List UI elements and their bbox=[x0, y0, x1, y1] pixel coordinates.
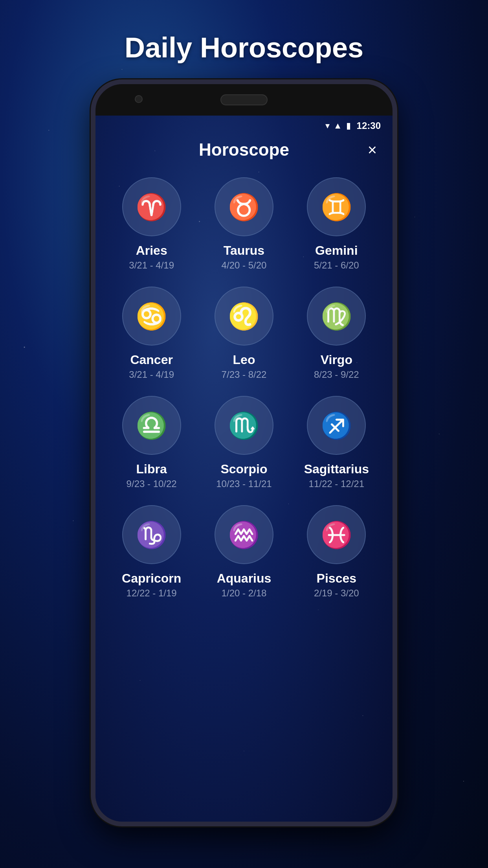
sign-circle-sagittarius: ♐ bbox=[307, 396, 366, 455]
sign-name-cancer: Cancer bbox=[130, 353, 173, 367]
sign-dates-sagittarius: 11/22 - 12/21 bbox=[309, 478, 364, 489]
battery-icon: ▮ bbox=[346, 121, 351, 131]
sign-circle-aquarius: ♒ bbox=[215, 505, 273, 564]
status-bar: ▾ ▲ ▮ 12:30 bbox=[95, 116, 393, 136]
sign-symbol-virgo: ♍ bbox=[321, 303, 352, 329]
sign-circle-virgo: ♍ bbox=[307, 287, 366, 346]
sign-dates-aries: 3/21 - 4/19 bbox=[129, 260, 174, 271]
sign-circle-taurus: ♉ bbox=[215, 177, 273, 236]
phone-screen: ▾ ▲ ▮ 12:30 Horoscope × ♈Aries3/21 - 4/1… bbox=[95, 116, 393, 822]
sign-name-taurus: Taurus bbox=[224, 243, 264, 258]
sign-symbol-libra: ♎ bbox=[136, 413, 167, 438]
sign-dates-scorpio: 10/23 - 11/21 bbox=[216, 478, 272, 489]
sign-circle-pisces: ♓ bbox=[307, 505, 366, 564]
sign-circle-capricorn: ♑ bbox=[122, 505, 181, 564]
sign-circle-cancer: ♋ bbox=[122, 287, 181, 346]
phone-top bbox=[95, 84, 393, 116]
sign-name-scorpio: Scorpio bbox=[220, 462, 267, 476]
sign-item-taurus[interactable]: ♉Taurus4/20 - 5/20 bbox=[200, 171, 288, 277]
status-time: 12:30 bbox=[357, 120, 381, 131]
sign-item-leo[interactable]: ♌Leo7/23 - 8/22 bbox=[200, 281, 288, 386]
sign-item-aquarius[interactable]: ♒Aquarius1/20 - 2/18 bbox=[200, 499, 288, 605]
sign-symbol-leo: ♌ bbox=[228, 303, 260, 329]
sign-name-gemini: Gemini bbox=[315, 243, 358, 258]
page-title: Daily Horoscopes bbox=[125, 31, 363, 64]
phone-camera bbox=[135, 95, 143, 103]
sign-name-virgo: Virgo bbox=[321, 353, 352, 367]
sign-item-gemini[interactable]: ♊Gemini5/21 - 6/20 bbox=[292, 171, 381, 277]
sign-circle-libra: ♎ bbox=[122, 396, 181, 455]
phone-speaker bbox=[220, 94, 268, 105]
sign-name-capricorn: Capricorn bbox=[122, 571, 181, 586]
sign-name-aquarius: Aquarius bbox=[217, 571, 272, 586]
sign-dates-virgo: 8/23 - 9/22 bbox=[314, 369, 359, 380]
sign-symbol-scorpio: ♏ bbox=[228, 413, 260, 438]
signal-icon: ▲ bbox=[334, 121, 342, 131]
sign-dates-taurus: 4/20 - 5/20 bbox=[222, 260, 267, 271]
sign-item-aries[interactable]: ♈Aries3/21 - 4/19 bbox=[107, 171, 196, 277]
phone-frame: ▾ ▲ ▮ 12:30 Horoscope × ♈Aries3/21 - 4/1… bbox=[91, 79, 397, 826]
sign-dates-gemini: 5/21 - 6/20 bbox=[314, 260, 359, 271]
sign-dates-cancer: 3/21 - 4/19 bbox=[129, 369, 174, 380]
sign-symbol-aries: ♈ bbox=[136, 194, 167, 220]
sign-symbol-aquarius: ♒ bbox=[228, 522, 260, 548]
sign-circle-scorpio: ♏ bbox=[215, 396, 273, 455]
sign-item-libra[interactable]: ♎Libra9/23 - 10/22 bbox=[107, 390, 196, 495]
sign-dates-aquarius: 1/20 - 2/18 bbox=[222, 588, 267, 599]
wifi-icon: ▾ bbox=[325, 121, 330, 131]
sign-dates-capricorn: 12/22 - 1/19 bbox=[127, 588, 177, 599]
close-button[interactable]: × bbox=[368, 142, 377, 158]
sign-symbol-capricorn: ♑ bbox=[136, 522, 167, 548]
sign-circle-gemini: ♊ bbox=[307, 177, 366, 236]
sign-item-cancer[interactable]: ♋Cancer3/21 - 4/19 bbox=[107, 281, 196, 386]
sign-symbol-gemini: ♊ bbox=[321, 194, 352, 220]
sign-symbol-sagittarius: ♐ bbox=[321, 413, 352, 438]
signs-grid: ♈Aries3/21 - 4/19♉Taurus4/20 - 5/20♊Gemi… bbox=[95, 167, 393, 609]
sign-symbol-cancer: ♋ bbox=[136, 303, 167, 329]
sign-name-pisces: Pisces bbox=[317, 571, 356, 586]
sign-circle-aries: ♈ bbox=[122, 177, 181, 236]
sign-dates-pisces: 2/19 - 3/20 bbox=[314, 588, 359, 599]
sign-item-scorpio[interactable]: ♏Scorpio10/23 - 11/21 bbox=[200, 390, 288, 495]
sign-circle-leo: ♌ bbox=[215, 287, 273, 346]
sign-item-capricorn[interactable]: ♑Capricorn12/22 - 1/19 bbox=[107, 499, 196, 605]
sign-name-sagittarius: Sagittarius bbox=[304, 462, 369, 476]
sign-symbol-pisces: ♓ bbox=[321, 522, 352, 548]
sign-name-aries: Aries bbox=[136, 243, 167, 258]
app-title: Horoscope bbox=[199, 140, 289, 160]
sign-dates-libra: 9/23 - 10/22 bbox=[127, 478, 177, 489]
sign-name-leo: Leo bbox=[233, 353, 255, 367]
sign-dates-leo: 7/23 - 8/22 bbox=[222, 369, 267, 380]
sign-name-libra: Libra bbox=[136, 462, 167, 476]
sign-symbol-taurus: ♉ bbox=[228, 194, 260, 220]
app-header: Horoscope × bbox=[95, 136, 393, 167]
sign-item-sagittarius[interactable]: ♐Sagittarius11/22 - 12/21 bbox=[292, 390, 381, 495]
sign-item-virgo[interactable]: ♍Virgo8/23 - 9/22 bbox=[292, 281, 381, 386]
sign-item-pisces[interactable]: ♓Pisces2/19 - 3/20 bbox=[292, 499, 381, 605]
